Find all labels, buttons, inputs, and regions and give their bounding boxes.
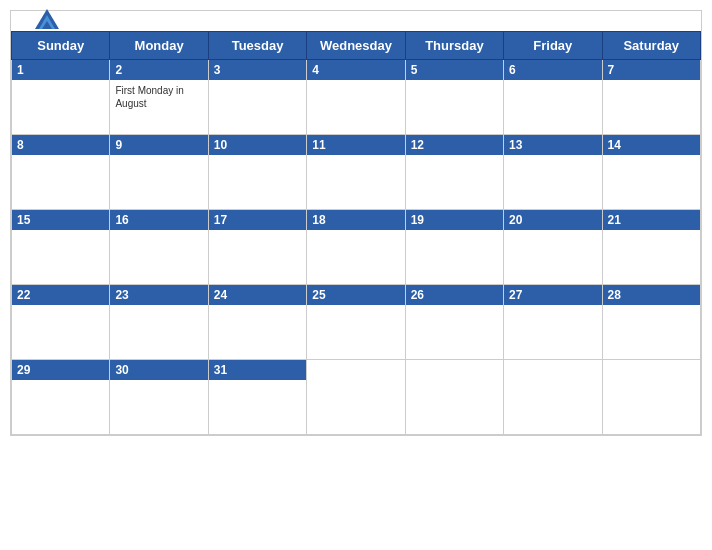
day-cell: 2First Monday in August (110, 60, 208, 135)
day-number: 26 (411, 288, 498, 302)
calendar-table: SundayMondayTuesdayWednesdayThursdayFrid… (11, 31, 701, 435)
day-cell: 29 (12, 360, 110, 435)
day-header-saturday: Saturday (602, 32, 700, 60)
day-cell: 26 (405, 285, 503, 360)
week-row-2: 891011121314 (12, 135, 701, 210)
day-cell: 24 (208, 285, 306, 360)
day-cell: 13 (504, 135, 602, 210)
calendar-header (11, 11, 701, 31)
week-row-5: 293031 (12, 360, 701, 435)
day-number: 20 (509, 213, 596, 227)
day-cell: 3 (208, 60, 306, 135)
day-number: 9 (115, 138, 202, 152)
day-number: 5 (411, 63, 498, 77)
day-header-sunday: Sunday (12, 32, 110, 60)
day-cell: 17 (208, 210, 306, 285)
day-cell: 22 (12, 285, 110, 360)
day-cell: 23 (110, 285, 208, 360)
day-cell: 5 (405, 60, 503, 135)
day-cell: 15 (12, 210, 110, 285)
day-number: 19 (411, 213, 498, 227)
day-cell: 8 (12, 135, 110, 210)
day-header-tuesday: Tuesday (208, 32, 306, 60)
day-cell (307, 360, 405, 435)
day-number: 30 (115, 363, 202, 377)
day-number: 22 (17, 288, 104, 302)
day-cell: 28 (602, 285, 700, 360)
day-cell: 10 (208, 135, 306, 210)
day-number: 4 (312, 63, 399, 77)
day-cell (405, 360, 503, 435)
holiday-text: First Monday in August (115, 84, 202, 110)
logo-area (31, 7, 67, 35)
day-cell: 31 (208, 360, 306, 435)
day-cell: 6 (504, 60, 602, 135)
day-header-thursday: Thursday (405, 32, 503, 60)
days-header-row: SundayMondayTuesdayWednesdayThursdayFrid… (12, 32, 701, 60)
day-number: 24 (214, 288, 301, 302)
day-cell: 16 (110, 210, 208, 285)
day-number: 1 (17, 63, 104, 77)
day-number: 17 (214, 213, 301, 227)
day-number: 18 (312, 213, 399, 227)
day-cell: 11 (307, 135, 405, 210)
day-cell: 9 (110, 135, 208, 210)
day-number: 29 (17, 363, 104, 377)
day-cell: 30 (110, 360, 208, 435)
day-number: 12 (411, 138, 498, 152)
day-header-friday: Friday (504, 32, 602, 60)
day-cell: 12 (405, 135, 503, 210)
day-number: 6 (509, 63, 596, 77)
day-number: 21 (608, 213, 695, 227)
day-cell: 27 (504, 285, 602, 360)
day-number: 25 (312, 288, 399, 302)
week-row-1: 12First Monday in August34567 (12, 60, 701, 135)
day-number: 11 (312, 138, 399, 152)
day-number: 15 (17, 213, 104, 227)
day-cell: 19 (405, 210, 503, 285)
day-cell: 7 (602, 60, 700, 135)
day-number: 2 (115, 63, 202, 77)
day-number: 16 (115, 213, 202, 227)
day-cell (602, 360, 700, 435)
day-cell: 21 (602, 210, 700, 285)
day-header-wednesday: Wednesday (307, 32, 405, 60)
day-cell: 20 (504, 210, 602, 285)
day-cell: 18 (307, 210, 405, 285)
day-cell: 4 (307, 60, 405, 135)
day-cell: 1 (12, 60, 110, 135)
day-number: 3 (214, 63, 301, 77)
day-cell: 25 (307, 285, 405, 360)
day-number: 14 (608, 138, 695, 152)
day-number: 10 (214, 138, 301, 152)
day-number: 7 (608, 63, 695, 77)
day-cell: 14 (602, 135, 700, 210)
day-cell (504, 360, 602, 435)
day-number: 8 (17, 138, 104, 152)
logo-icon (31, 7, 63, 35)
day-number: 31 (214, 363, 301, 377)
day-number: 28 (608, 288, 695, 302)
week-row-3: 15161718192021 (12, 210, 701, 285)
day-number: 13 (509, 138, 596, 152)
day-header-monday: Monday (110, 32, 208, 60)
day-number: 23 (115, 288, 202, 302)
day-number: 27 (509, 288, 596, 302)
week-row-4: 22232425262728 (12, 285, 701, 360)
calendar-container: SundayMondayTuesdayWednesdayThursdayFrid… (10, 10, 702, 436)
